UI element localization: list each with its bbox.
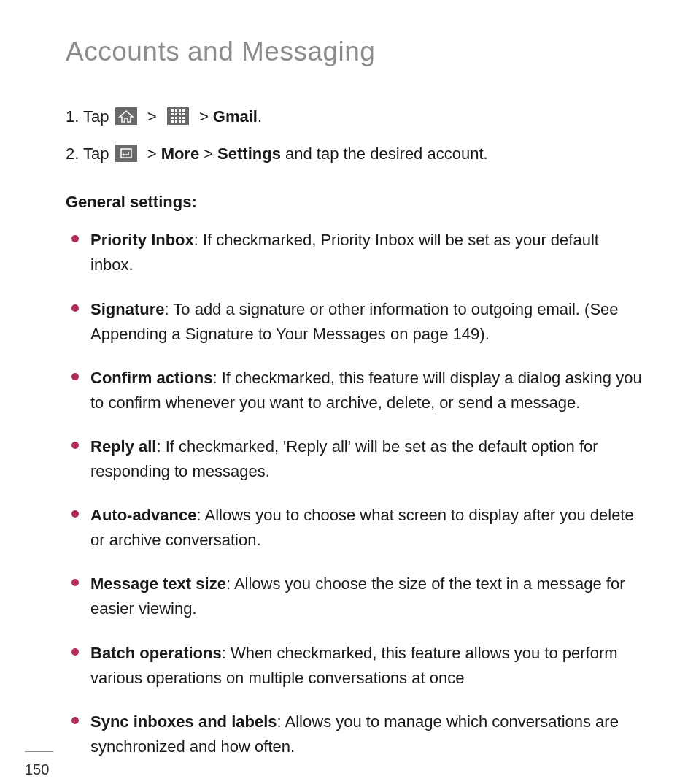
svg-rect-7 xyxy=(179,113,181,115)
bullet-label: Confirm actions xyxy=(90,369,212,387)
svg-rect-10 xyxy=(175,117,177,119)
settings-bullet-item: Sync inboxes and labels: Allows you to m… xyxy=(66,710,645,759)
bullet-label: Reply all xyxy=(90,437,156,456)
settings-bullet-item: Confirm actions: If checkmarked, this fe… xyxy=(66,366,645,415)
home-icon xyxy=(115,107,137,125)
page-title: Accounts and Messaging xyxy=(66,36,645,67)
svg-rect-5 xyxy=(171,113,174,115)
step-bold-label: More xyxy=(161,145,200,163)
svg-rect-15 xyxy=(179,120,181,123)
breadcrumb-separator: > xyxy=(147,145,157,163)
step-lead-text: Tap xyxy=(83,107,114,126)
svg-rect-6 xyxy=(175,113,177,115)
bullet-description: : If checkmarked, 'Reply all' will be se… xyxy=(90,437,598,480)
breadcrumb-separator: > xyxy=(147,107,157,126)
bullet-label: Priority Inbox xyxy=(90,231,194,249)
svg-rect-11 xyxy=(179,117,181,119)
page-number: 150 xyxy=(25,761,49,778)
settings-bullet-item: Auto-advance: Allows you to choose what … xyxy=(66,503,645,553)
svg-rect-8 xyxy=(182,113,185,115)
step-bold-label: Gmail xyxy=(213,107,258,126)
settings-bullet-item: Reply all: If checkmarked, 'Reply all' w… xyxy=(66,434,645,484)
bullet-label: Batch operations xyxy=(90,644,222,662)
svg-marker-0 xyxy=(120,111,133,122)
bullet-label: Sync inboxes and labels xyxy=(90,712,277,731)
step-lead-text: Tap xyxy=(83,145,114,163)
manual-page: Accounts and Messaging 1. Tap > >Gmail.2… xyxy=(0,0,696,784)
bullet-label: Auto-advance xyxy=(90,506,196,524)
settings-bullet-item: Priority Inbox: If checkmarked, Priority… xyxy=(66,228,645,277)
svg-rect-16 xyxy=(182,120,185,123)
step-text: and tap the desired account. xyxy=(281,145,488,163)
menu-return-icon xyxy=(115,145,137,162)
step-bold-label: Settings xyxy=(217,145,281,163)
breadcrumb-separator: > xyxy=(204,145,213,163)
steps-list: 1. Tap > >Gmail.2. Tap >More>Settings an… xyxy=(66,104,645,166)
svg-marker-18 xyxy=(122,153,124,156)
step-item: 1. Tap > >Gmail. xyxy=(66,104,645,129)
svg-rect-17 xyxy=(121,149,131,158)
step-number: 1. xyxy=(66,107,79,126)
step-number: 2. xyxy=(66,145,79,163)
apps-grid-icon xyxy=(167,107,189,125)
general-settings-heading: General settings: xyxy=(66,193,645,212)
svg-rect-13 xyxy=(171,120,174,123)
settings-bullet-list: Priority Inbox: If checkmarked, Priority… xyxy=(66,228,645,759)
step-text: . xyxy=(258,107,262,126)
svg-rect-2 xyxy=(175,109,177,112)
bullet-label: Message text size xyxy=(90,574,226,593)
settings-bullet-item: Message text size: Allows you choose the… xyxy=(66,572,645,621)
step-item: 2. Tap >More>Settings and tap the desire… xyxy=(66,141,645,166)
svg-rect-1 xyxy=(171,109,174,112)
svg-rect-3 xyxy=(179,109,181,112)
svg-rect-12 xyxy=(182,117,185,119)
svg-rect-4 xyxy=(182,109,185,112)
settings-bullet-item: Batch operations: When checkmarked, this… xyxy=(66,641,645,691)
svg-rect-14 xyxy=(175,120,177,123)
svg-rect-9 xyxy=(171,117,174,119)
bullet-label: Signature xyxy=(90,300,164,318)
bullet-description: : To add a signature or other informatio… xyxy=(90,300,619,343)
settings-bullet-item: Signature: To add a signature or other i… xyxy=(66,297,645,347)
breadcrumb-separator: > xyxy=(199,107,209,126)
